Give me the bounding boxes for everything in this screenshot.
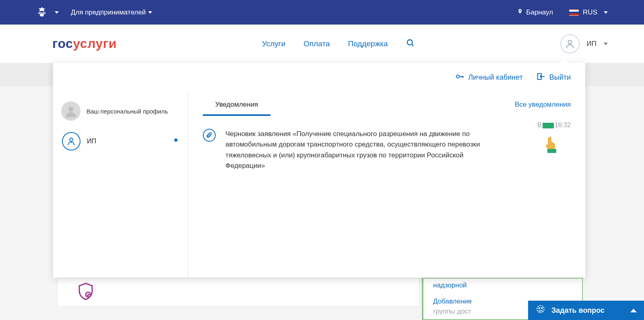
- avatar-icon: [560, 34, 580, 54]
- svg-point-4: [456, 75, 459, 78]
- tab-row: Уведомления Все уведомления: [203, 101, 571, 116]
- emblem-icon: [36, 6, 47, 19]
- notif-time-prefix: В: [537, 122, 542, 128]
- chevron-up-icon: [630, 309, 637, 312]
- caret-down-icon: [604, 43, 608, 45]
- top-bar-right: Барнаул RUS: [517, 8, 608, 17]
- svg-point-11: [70, 138, 73, 141]
- key-icon: [455, 72, 464, 83]
- language-selector[interactable]: RUS: [569, 8, 608, 17]
- logout-link[interactable]: Выйти: [537, 72, 571, 83]
- nav-links: Услуги Оплата Поддержка: [262, 39, 415, 49]
- notification-text: Черновик заявления «Получение специально…: [225, 129, 483, 171]
- search-icon[interactable]: [406, 39, 415, 49]
- notification-time: В16:32: [537, 122, 571, 129]
- audience-selector[interactable]: Для предпринимателей: [71, 8, 152, 17]
- personal-cabinet-label: Личный кабинет: [468, 73, 522, 82]
- side-line-2a[interactable]: Добавление: [433, 297, 472, 305]
- redaction-block-icon: [543, 123, 554, 128]
- svg-point-10: [68, 107, 74, 112]
- chevron-down-icon: [55, 11, 59, 14]
- nav-payment[interactable]: Оплата: [303, 39, 330, 48]
- top-bar-left: Для предпринимателей: [36, 6, 152, 19]
- ask-question-bar[interactable]: Задать вопрос: [528, 301, 644, 320]
- svg-point-2: [568, 40, 572, 44]
- side-line-2b: группы дост: [433, 308, 471, 315]
- dropdown-top-links: Личный кабинет Выйти: [53, 63, 585, 93]
- info-card: [57, 278, 419, 307]
- user-short-label: ИП: [587, 40, 597, 48]
- user-menu-trigger[interactable]: ИП: [560, 34, 608, 54]
- location-label: Барнаул: [526, 8, 553, 17]
- dropdown-body: Ваш персональный профиль ИП Уведомления …: [53, 93, 585, 278]
- pin-icon: [517, 8, 523, 17]
- language-label: RUS: [583, 8, 597, 17]
- ask-label: Задать вопрос: [551, 306, 605, 315]
- document-check-icon: [76, 282, 95, 303]
- all-notifications-link[interactable]: Все уведомления: [515, 101, 571, 109]
- flag-icon: [569, 9, 579, 16]
- personal-cabinet-link[interactable]: Личный кабинет: [455, 72, 522, 83]
- logo-part-2: услуги: [73, 36, 117, 51]
- chevron-down-icon: [604, 11, 608, 14]
- svg-point-13: [537, 306, 544, 312]
- side-line-1: надзорной: [433, 280, 572, 291]
- profile-block[interactable]: Ваш персональный профиль: [61, 101, 180, 121]
- dropdown-right-panel: Уведомления Все уведомления Черновик зая…: [188, 93, 585, 278]
- tab-notifications[interactable]: Уведомления: [203, 101, 270, 116]
- svg-point-0: [407, 39, 412, 45]
- main-nav: госуслуги Услуги Оплата Поддержка ИП: [0, 25, 644, 63]
- chevron-down-icon: [148, 11, 152, 14]
- pointer-cursor-icon: [544, 135, 560, 155]
- nav-services[interactable]: Услуги: [262, 39, 285, 48]
- notification-item[interactable]: Черновик заявления «Получение специально…: [203, 129, 571, 171]
- ip-label: ИП: [87, 138, 96, 145]
- top-bar: Для предпринимателей Барнаул RUS: [0, 0, 644, 25]
- user-outline-icon: [62, 132, 80, 151]
- svg-point-15: [541, 308, 542, 308]
- location-selector[interactable]: Барнаул: [517, 8, 553, 17]
- active-dot-icon: [174, 138, 178, 142]
- profile-ip-row[interactable]: ИП: [61, 130, 180, 152]
- nav-support[interactable]: Поддержка: [348, 39, 388, 48]
- site-logo[interactable]: госуслуги: [52, 36, 117, 51]
- ask-left: Задать вопрос: [535, 304, 605, 317]
- emblem-selector[interactable]: [36, 6, 59, 19]
- notif-time-value: 16:32: [555, 122, 571, 128]
- logout-icon: [537, 72, 545, 83]
- svg-rect-12: [547, 149, 556, 153]
- audience-label: Для предпринимателей: [71, 8, 146, 17]
- user-dropdown: Личный кабинет Выйти Ваш персональный пр…: [53, 63, 585, 278]
- profile-caption: Ваш персональный профиль: [87, 108, 168, 115]
- logout-label: Выйти: [549, 73, 571, 82]
- logo-part-1: гос: [52, 36, 73, 51]
- dropdown-left-panel: Ваш персональный профиль ИП: [53, 93, 188, 278]
- svg-line-1: [411, 44, 413, 46]
- chat-face-icon: [535, 304, 546, 317]
- avatar-placeholder-icon: [61, 101, 80, 121]
- svg-point-14: [539, 308, 540, 308]
- attachment-icon: [203, 129, 216, 142]
